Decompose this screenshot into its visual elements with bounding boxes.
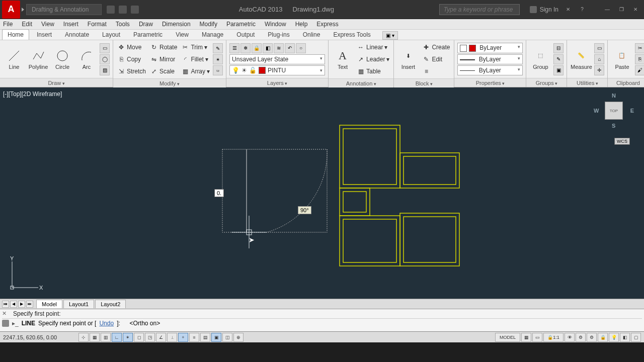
tab-expresstools[interactable]: Express Tools — [328, 29, 376, 40]
layout-last-icon[interactable]: ⏭ — [26, 301, 33, 308]
status-annoauto-icon[interactable]: ⚙ — [576, 333, 586, 342]
match-prop-icon[interactable]: 🖌 — [635, 65, 644, 75]
group-select-icon[interactable]: ▣ — [553, 65, 564, 75]
menu-tools[interactable]: Tools — [116, 21, 130, 28]
status-dyn-icon[interactable]: + — [178, 333, 188, 342]
color-dropdown[interactable]: ByLayer — [457, 43, 523, 53]
status-lwt-icon[interactable]: ≡ — [189, 333, 199, 342]
panel-utilities-title[interactable]: Utilities — [567, 78, 607, 87]
signin-link[interactable]: Sign In — [530, 6, 558, 13]
cmdline-gear-icon[interactable] — [2, 320, 9, 327]
panel-draw-title[interactable]: Draw — [0, 78, 113, 87]
menu-parametric[interactable]: Parametric — [226, 21, 256, 28]
tab-online[interactable]: Online — [297, 29, 326, 40]
layer-current-dropdown[interactable]: 💡 ☀ 🔓 PINTU — [229, 65, 325, 75]
scale-button[interactable]: ⤢Scale — [149, 66, 178, 77]
leader-button[interactable]: ↗Leader ▾ — [356, 54, 390, 65]
workspace-switcher[interactable]: Drafting & Annotation — [26, 4, 102, 15]
status-osnap-icon[interactable]: ◻ — [134, 333, 144, 342]
status-grid-icon[interactable]: ▥ — [101, 333, 111, 342]
ellipse-icon[interactable]: ◯ — [100, 54, 110, 64]
menu-format[interactable]: Format — [88, 21, 107, 28]
quickcalc-icon[interactable]: ⌂ — [594, 54, 604, 64]
minimize-button[interactable]: — — [603, 6, 612, 13]
explode-icon[interactable]: ✴ — [213, 54, 223, 64]
select-icon[interactable]: ▭ — [594, 43, 604, 53]
status-qp-icon[interactable]: ▣ — [211, 333, 221, 342]
panel-annotation-title[interactable]: Annotation — [329, 78, 393, 87]
cmdline-close-icon[interactable]: ✕ — [2, 310, 9, 317]
edit-button[interactable]: ✎Edit — [421, 54, 451, 65]
status-isolate-icon[interactable]: ◧ — [620, 333, 630, 342]
create-button[interactable]: ✚Create — [421, 42, 451, 53]
layer-prop-icon[interactable]: ☰ — [229, 43, 239, 53]
layer-iso-icon[interactable]: ◧ — [263, 43, 273, 53]
tab-layout[interactable]: Layout — [97, 29, 126, 40]
layer-off-icon[interactable]: ○ — [296, 43, 306, 53]
status-sc-icon[interactable]: ◫ — [222, 333, 232, 342]
status-otrack-icon[interactable]: ∠ — [156, 333, 166, 342]
menu-insert[interactable]: Insert — [63, 21, 78, 28]
status-ducs-icon[interactable]: ⟂ — [167, 333, 177, 342]
status-ortho-icon[interactable]: ∟ — [112, 333, 122, 342]
tab-output[interactable]: Output — [231, 29, 260, 40]
menu-help[interactable]: Help — [295, 21, 308, 28]
fillet-button[interactable]: ◜Fillet ▾ — [180, 54, 211, 65]
status-hardware-icon[interactable]: 💡 — [609, 333, 619, 342]
status-tpy-icon[interactable]: ▤ — [200, 333, 210, 342]
viewcube-east[interactable]: E — [630, 108, 634, 114]
qat-save-icon[interactable] — [131, 6, 139, 14]
tab-parametric[interactable]: Parametric — [128, 29, 168, 40]
qat-new-icon[interactable] — [107, 6, 115, 14]
layer-prev-icon[interactable]: ↶ — [285, 43, 295, 53]
menu-file[interactable]: File — [3, 21, 13, 28]
viewcube-face[interactable]: TOP — [605, 102, 623, 120]
layout-tab-layout1[interactable]: Layout1 — [63, 300, 94, 308]
status-quickview-icon[interactable]: ▭ — [532, 333, 542, 342]
panel-properties-title[interactable]: Properties — [454, 78, 526, 87]
tab-view[interactable]: View — [170, 29, 194, 40]
text-button[interactable]: A Text — [332, 47, 354, 72]
menu-edit[interactable]: Edit — [22, 21, 32, 28]
insert-button[interactable]: ⬇ Insert — [397, 47, 419, 72]
stretch-button[interactable]: ⇲Stretch — [116, 66, 147, 77]
menu-express[interactable]: Express — [316, 21, 338, 28]
array-button[interactable]: ▦Array ▾ — [180, 66, 211, 77]
linear-button[interactable]: ↔Linear ▾ — [356, 42, 390, 53]
measure-button[interactable]: 📏 Measure — [570, 47, 592, 72]
trim-button[interactable]: ✂Trim ▾ — [180, 42, 211, 53]
rotate-button[interactable]: ↻Rotate — [149, 42, 178, 53]
group-edit-icon[interactable]: ✎ — [553, 54, 564, 64]
copy-clip-icon[interactable]: ⎘ — [635, 54, 644, 64]
offset-icon[interactable]: ⎃ — [213, 65, 223, 75]
status-coords[interactable]: 2247.15, 620.65, 0.00 — [3, 334, 78, 340]
status-polar-icon[interactable]: ✶ — [123, 333, 133, 342]
erase-icon[interactable]: ✎ — [213, 43, 223, 53]
status-am-icon[interactable]: ⊕ — [233, 333, 244, 342]
layer-match-icon[interactable]: ≋ — [274, 43, 284, 53]
dynamic-input-distance[interactable]: 0. — [214, 189, 224, 197]
panel-modify-title[interactable]: Modify — [113, 78, 226, 87]
menu-modify[interactable]: Modify — [200, 21, 217, 28]
layout-prev-icon[interactable]: ◀ — [10, 301, 17, 308]
menu-view[interactable]: View — [41, 21, 54, 28]
command-option-undo[interactable]: Undo — [99, 320, 114, 327]
group-button[interactable]: ⬚ Group — [529, 47, 551, 72]
layer-state-dropdown[interactable]: Unsaved Layer State — [229, 54, 325, 64]
status-3dosnap-icon[interactable]: ◳ — [145, 333, 155, 342]
linetype-dropdown[interactable]: ByLayer — [457, 65, 523, 75]
menu-window[interactable]: Window — [265, 21, 286, 28]
ribbon-toggle-button[interactable]: ▣ ▾ — [382, 31, 398, 40]
viewcube[interactable]: N S W E TOP — [594, 92, 634, 137]
status-ws-icon[interactable]: ⚙ — [587, 333, 597, 342]
move-button[interactable]: ✥Move — [116, 42, 147, 53]
layout-tab-layout2[interactable]: Layout2 — [95, 300, 126, 308]
wcs-badge[interactable]: WCS — [614, 138, 630, 145]
panel-groups-title[interactable]: Groups — [526, 78, 567, 87]
status-snap-icon[interactable]: ▦ — [90, 333, 100, 342]
tab-plugins[interactable]: Plug-ins — [262, 29, 295, 40]
copy-button[interactable]: ⎘Copy — [116, 54, 147, 65]
panel-block-title[interactable]: Block — [394, 78, 454, 87]
edit-attrib-button[interactable]: ≡ — [421, 66, 451, 77]
command-line[interactable]: ✕ Specify first point: ▸_ LINE Specify n… — [0, 309, 644, 331]
